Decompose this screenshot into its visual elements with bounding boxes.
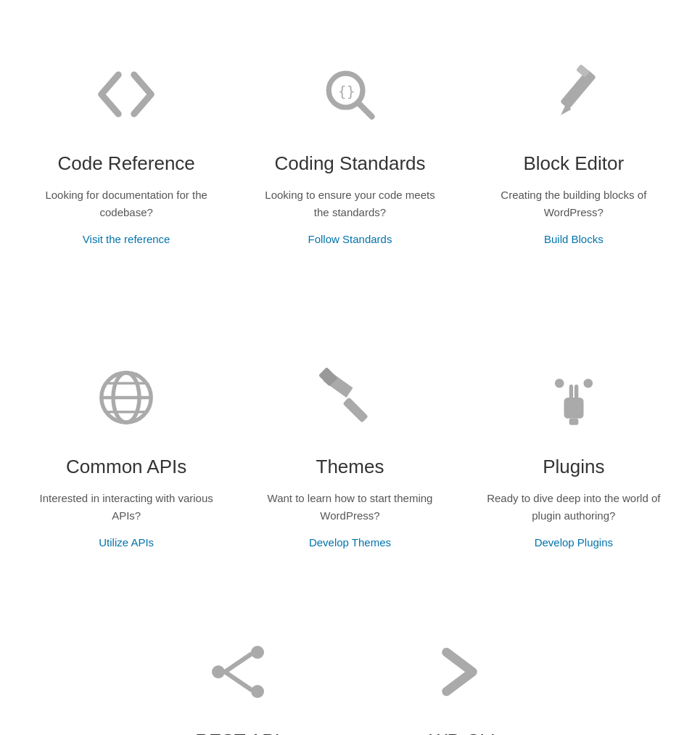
common-apis-desc: Interested in interacting with various A… <box>39 490 213 525</box>
svg-text:{}: {} <box>338 83 355 100</box>
svg-point-21 <box>251 646 264 659</box>
coding-standards-title: Coding Standards <box>274 152 425 175</box>
card-code-reference: Code Reference Looking for documentation… <box>15 29 238 274</box>
wp-cli-icon <box>419 628 506 715</box>
card-common-apis: Common APIs Interested in interacting wi… <box>15 332 238 578</box>
card-wp-cli: WP-CLI Want to accelerate your workflow … <box>350 607 575 735</box>
plugins-link[interactable]: Develop Plugins <box>535 536 613 549</box>
plugins-title: Plugins <box>543 456 604 478</box>
themes-icon <box>306 354 393 441</box>
card-block-editor: Block Editor Creating the building block… <box>462 29 685 274</box>
plugins-desc: Ready to dive deep into the world of plu… <box>487 490 661 525</box>
themes-link[interactable]: Develop Themes <box>309 536 391 549</box>
row1-grid: Code Reference Looking for documentation… <box>0 0 700 303</box>
row3-grid: REST API Getting started on making WordP… <box>111 607 590 735</box>
themes-title: Themes <box>316 456 384 478</box>
svg-rect-15 <box>569 385 573 399</box>
card-rest-api: REST API Getting started on making WordP… <box>125 607 350 735</box>
svg-rect-16 <box>575 385 578 399</box>
block-editor-desc: Creating the building blocks of WordPres… <box>487 186 661 221</box>
rest-api-title: REST API <box>195 730 280 735</box>
block-editor-icon <box>530 51 617 138</box>
svg-point-18 <box>555 379 564 388</box>
common-apis-title: Common APIs <box>66 456 186 478</box>
coding-standards-link[interactable]: Follow Standards <box>308 233 392 245</box>
block-editor-title: Block Editor <box>523 152 624 175</box>
svg-line-24 <box>225 672 251 689</box>
common-apis-icon <box>83 354 170 441</box>
svg-rect-14 <box>564 398 583 419</box>
svg-point-22 <box>251 685 264 698</box>
svg-rect-17 <box>569 419 579 425</box>
code-reference-title: Code Reference <box>57 152 194 175</box>
row2-grid: Common APIs Interested in interacting wi… <box>0 303 700 607</box>
card-themes: Themes Want to learn how to start themin… <box>238 332 461 578</box>
block-editor-link[interactable]: Build Blocks <box>544 233 604 245</box>
svg-line-23 <box>225 654 251 672</box>
plugins-icon <box>530 354 617 441</box>
wp-cli-title: WP-CLI <box>429 730 495 735</box>
coding-standards-icon: {} <box>306 51 393 138</box>
code-reference-desc: Looking for documentation for the codeba… <box>39 186 213 221</box>
svg-rect-11 <box>343 397 369 423</box>
svg-rect-3 <box>560 70 596 110</box>
svg-point-19 <box>583 379 593 388</box>
rest-api-icon <box>194 628 281 715</box>
code-reference-icon <box>83 51 170 138</box>
svg-line-1 <box>358 103 372 117</box>
themes-desc: Want to learn how to start theming WordP… <box>263 490 437 525</box>
coding-standards-desc: Looking to ensure your code meets the st… <box>263 186 437 221</box>
card-plugins: Plugins Ready to dive deep into the worl… <box>462 332 685 578</box>
common-apis-link[interactable]: Utilize APIs <box>99 536 154 549</box>
card-coding-standards: {} Coding Standards Looking to ensure yo… <box>238 29 461 274</box>
code-reference-link[interactable]: Visit the reference <box>83 233 170 245</box>
